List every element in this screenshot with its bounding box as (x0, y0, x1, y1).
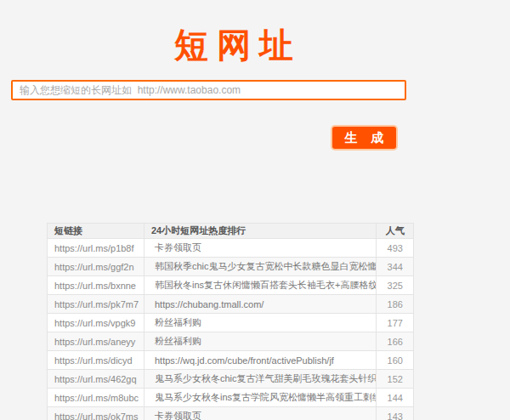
popularity-cell: 143 (377, 407, 414, 420)
table-row: https://url.ms/ok7ms卡券领取页143 (48, 407, 414, 420)
page-title-cell: 卡券领取页 (144, 407, 377, 420)
table-row: https://url.ms/dicydhttps://wq.jd.com/cu… (48, 351, 414, 370)
table-row: https://url.ms/aneyy粉丝福利购166 (48, 332, 414, 351)
page-title-cell: 鬼马系少女秋冬chic复古洋气甜美刷毛玫瑰花套头针织衫长袖毛衣女-淘宝网 (144, 370, 377, 389)
page-title-cell: 粉丝福利购 (144, 332, 377, 351)
page-title-cell: https://chubang.tmall.com/ (144, 295, 377, 314)
short-url-cell: https://url.ms/bxnne (48, 276, 144, 295)
short-url-cell: https://url.ms/pk7m7 (48, 295, 144, 314)
popularity-cell: 344 (377, 258, 414, 276)
ranking-table-header: 短链接 24小时短网址热度排行 人气 (48, 224, 414, 239)
ranking-table-body: https://url.ms/p1b8f卡券领取页493https://url.… (48, 239, 414, 420)
short-url-cell: https://url.ms/p1b8f (48, 239, 144, 258)
table-row: https://url.ms/vpgk9粉丝福利购177 (48, 314, 414, 332)
column-header-short-url: 短链接 (48, 224, 144, 239)
short-url-cell: https://url.ms/ok7ms (48, 407, 144, 420)
page-title-cell: 卡券领取页 (144, 239, 377, 258)
table-row: https://url.ms/462gq鬼马系少女秋冬chic复古洋气甜美刷毛玫… (48, 370, 414, 389)
popularity-cell: 177 (377, 314, 414, 332)
generate-button[interactable]: 生 成 (331, 125, 398, 150)
table-row: https://url.ms/ggf2n韩国秋季chic鬼马少女复古宽松中长款糖… (48, 258, 414, 276)
short-url-cell: https://url.ms/vpgk9 (48, 314, 144, 332)
popularity-cell: 160 (377, 351, 414, 370)
page-title: 短网址 (0, 22, 476, 69)
short-url-cell: https://url.ms/ggf2n (48, 258, 144, 276)
short-url-cell: https://url.ms/aneyy (48, 332, 144, 351)
popularity-cell: 493 (377, 239, 414, 258)
table-row: https://url.ms/m8ubc鬼马系少女秋冬ins复古学院风宽松慵懒半… (48, 389, 414, 407)
page-title-cell: 粉丝福利购 (144, 314, 377, 332)
table-row: https://url.ms/pk7m7https://chubang.tmal… (48, 295, 414, 314)
popularity-cell: 325 (377, 276, 414, 295)
popularity-cell: 152 (377, 370, 414, 389)
popularity-cell: 186 (377, 295, 414, 314)
short-url-cell: https://url.ms/m8ubc (48, 389, 144, 407)
popularity-cell: 166 (377, 332, 414, 351)
table-row: https://url.ms/p1b8f卡券领取页493 (48, 239, 414, 258)
short-url-cell: https://url.ms/dicyd (48, 351, 144, 370)
long-url-input[interactable] (11, 80, 406, 100)
column-header-ranking-title: 24小时短网址热度排行 (144, 224, 377, 239)
page-title-cell: 韩国秋冬ins复古休闲慵懒百搭套头长袖毛衣+高腰格纹半身裙套装女-淘宝网 (144, 276, 377, 295)
popularity-cell: 144 (377, 389, 414, 407)
short-url-cell: https://url.ms/462gq (48, 370, 144, 389)
ranking-table: 短链接 24小时短网址热度排行 人气 https://url.ms/p1b8f卡… (47, 223, 414, 420)
table-row: https://url.ms/bxnne韩国秋冬ins复古休闲慵懒百搭套头长袖毛… (48, 276, 414, 295)
page-title-cell: 鬼马系少女秋冬ins复古学院风宽松慵懒半高领重工刺绣套头毛衣女-淘宝网 (144, 389, 377, 407)
column-header-popularity: 人气 (377, 224, 414, 239)
page-title-cell: https://wq.jd.com/cube/front/activePubli… (144, 351, 377, 370)
page-title-cell: 韩国秋季chic鬼马少女复古宽松中长款糖色显白宽松慵懒毛衣针织衫-淘宝网 (144, 258, 377, 276)
